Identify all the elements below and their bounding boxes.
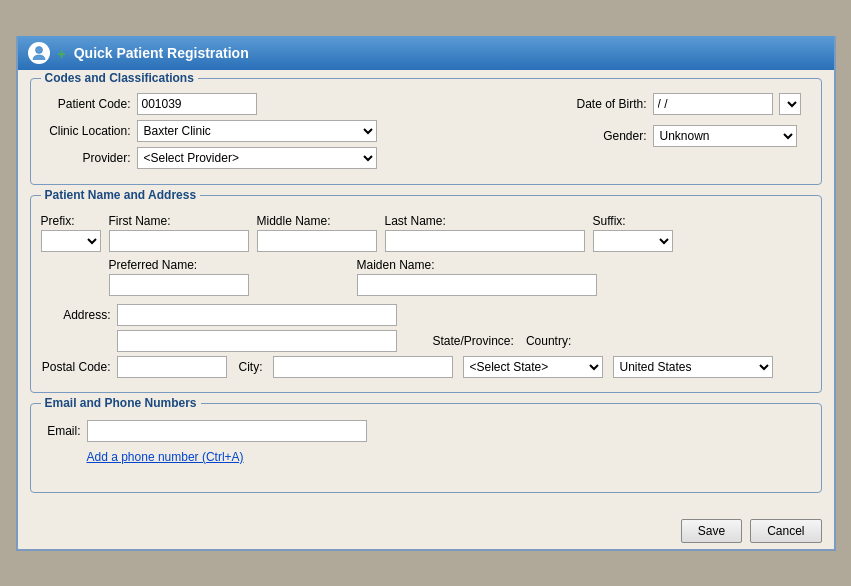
provider-select[interactable]: <Select Provider> [137,147,377,169]
middle-name-input[interactable] [257,230,377,252]
maiden-name-input[interactable] [357,274,597,296]
svg-point-0 [35,46,42,53]
email-input[interactable] [87,420,367,442]
email-row: Email: [41,420,811,442]
codes-section: Codes and Classifications Patient Code: … [30,78,822,185]
codes-section-title: Codes and Classifications [41,71,198,85]
save-button[interactable]: Save [681,519,742,543]
gender-row: Gender: Unknown Male Female [557,125,801,147]
patient-code-label: Patient Code: [41,97,131,111]
address-label: Address: [41,308,111,322]
clinic-location-select[interactable]: Baxter Clinic [137,120,377,142]
preferred-name-field: Preferred Name: [109,258,249,296]
gender-select[interactable]: Unknown Male Female [653,125,797,147]
middle-name-field: Middle Name: [257,214,377,252]
maiden-name-label: Maiden Name: [357,258,597,272]
suffix-select[interactable] [593,230,673,252]
country-label: Country: [526,334,571,348]
dob-row: Date of Birth: ▼ [557,93,801,115]
last-name-label: Last Name: [385,214,585,228]
dob-label: Date of Birth: [557,97,647,111]
postal-code-input[interactable] [117,356,227,378]
email-section-title: Email and Phone Numbers [41,396,201,410]
preferred-name-label: Preferred Name: [109,258,249,272]
name-address-section: Patient Name and Address Prefix: First N… [30,195,822,393]
preferred-name-input[interactable] [109,274,249,296]
dialog-body: Codes and Classifications Patient Code: … [18,70,834,513]
name-section-title: Patient Name and Address [41,188,201,202]
name-row-2: Preferred Name: Maiden Name: [109,258,811,296]
postal-code-label: Postal Code: [41,360,111,374]
add-phone-row: Add a phone number (Ctrl+A) [87,450,811,464]
suffix-field: Suffix: [593,214,673,252]
city-label: City: [239,360,263,374]
clinic-location-label: Clinic Location: [41,124,131,138]
middle-name-label: Middle Name: [257,214,377,228]
dialog-title: Quick Patient Registration [74,45,249,61]
first-name-label: First Name: [109,214,249,228]
name-fields: Prefix: First Name: Middle Name: Last Na… [41,214,811,378]
first-name-field: First Name: [109,214,249,252]
provider-row: Provider: <Select Provider> [41,147,377,169]
prefix-select[interactable] [41,230,101,252]
cancel-button[interactable]: Cancel [750,519,821,543]
maiden-name-field: Maiden Name: [357,258,597,296]
address-line1-input[interactable] [117,304,397,326]
country-select[interactable]: United States [613,356,773,378]
add-phone-link[interactable]: Add a phone number (Ctrl+A) [87,450,244,464]
gender-label: Gender: [557,129,647,143]
state-label: State/Province: [433,334,514,348]
email-fields: Email: Add a phone number (Ctrl+A) [41,420,811,464]
patient-code-input[interactable] [137,93,257,115]
email-phone-section: Email and Phone Numbers Email: Add a pho… [30,403,822,493]
codes-left: Patient Code: Clinic Location: Baxter Cl… [41,93,377,174]
last-name-input[interactable] [385,230,585,252]
bottom-buttons: Save Cancel [18,513,834,549]
prefix-label: Prefix: [41,214,101,228]
codes-right: Date of Birth: ▼ Gender: Unknown Male Fe… [557,93,801,174]
address-row-3: Postal Code: City: <Select State> United… [41,356,811,378]
first-name-input[interactable] [109,230,249,252]
address-row-2: State/Province: Country: [41,330,811,352]
quick-patient-registration-dialog: + Quick Patient Registration Codes and C… [16,36,836,551]
dob-dropdown[interactable]: ▼ [779,93,801,115]
address-line2-input[interactable] [117,330,397,352]
address-row-1: Address: [41,304,811,326]
clinic-location-row: Clinic Location: Baxter Clinic [41,120,377,142]
email-label: Email: [41,424,81,438]
patient-code-row: Patient Code: [41,93,377,115]
name-row-1: Prefix: First Name: Middle Name: Last Na… [41,214,811,252]
dob-input[interactable] [653,93,773,115]
add-icon: + [58,46,66,62]
state-select[interactable]: <Select State> [463,356,603,378]
person-icon [28,42,50,64]
provider-label: Provider: [41,151,131,165]
city-input[interactable] [273,356,453,378]
address-fields: Address: State/Province: Country: Postal… [41,304,811,378]
title-bar: + Quick Patient Registration [18,36,834,70]
last-name-field: Last Name: [385,214,585,252]
suffix-label: Suffix: [593,214,673,228]
prefix-field: Prefix: [41,214,101,252]
